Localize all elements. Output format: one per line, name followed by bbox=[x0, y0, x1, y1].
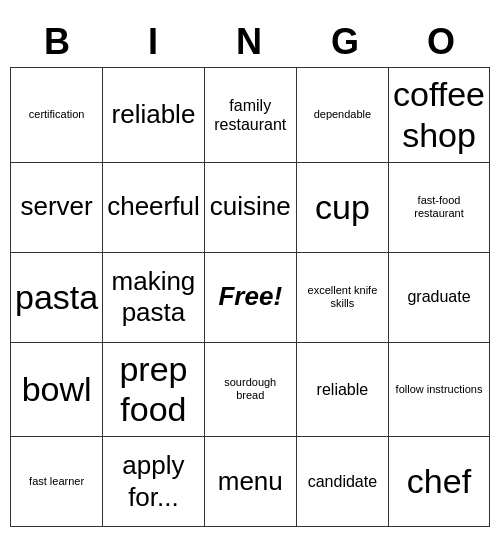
grid-cell: server bbox=[11, 163, 103, 253]
grid-cell: sourdough bread bbox=[205, 343, 297, 438]
cell-text: cup bbox=[315, 187, 370, 228]
cell-text: menu bbox=[218, 466, 283, 497]
grid-cell: prep food bbox=[103, 343, 205, 438]
cell-text: chef bbox=[407, 461, 471, 502]
cell-text: coffee shop bbox=[393, 74, 485, 156]
cell-text: Free! bbox=[218, 281, 282, 312]
grid-cell: fast-food restaurant bbox=[389, 163, 490, 253]
cell-text: server bbox=[20, 191, 92, 222]
grid-cell: candidate bbox=[297, 437, 389, 527]
cell-text: cuisine bbox=[210, 191, 291, 222]
grid-cell: menu bbox=[205, 437, 297, 527]
header-letter: N bbox=[202, 17, 298, 67]
cell-text: family restaurant bbox=[209, 96, 292, 134]
grid-cell: reliable bbox=[103, 68, 205, 163]
grid-cell: cup bbox=[297, 163, 389, 253]
grid-cell: apply for... bbox=[103, 437, 205, 527]
bingo-card: BINGO certificationreliablefamily restau… bbox=[10, 17, 490, 527]
grid-cell: follow instructions bbox=[389, 343, 490, 438]
header-letter: O bbox=[394, 17, 490, 67]
grid-cell: family restaurant bbox=[205, 68, 297, 163]
grid-cell: cheerful bbox=[103, 163, 205, 253]
cell-text: cheerful bbox=[107, 191, 200, 222]
grid-cell: cuisine bbox=[205, 163, 297, 253]
cell-text: prep food bbox=[107, 349, 200, 431]
grid-cell: fast learner bbox=[11, 437, 103, 527]
grid-cell: coffee shop bbox=[389, 68, 490, 163]
cell-text: apply for... bbox=[107, 450, 200, 512]
grid-cell: certification bbox=[11, 68, 103, 163]
cell-text: certification bbox=[29, 108, 85, 121]
grid-cell: making pasta bbox=[103, 253, 205, 343]
cell-text: graduate bbox=[407, 287, 470, 306]
cell-text: reliable bbox=[112, 99, 196, 130]
header-letter: G bbox=[298, 17, 394, 67]
grid-cell: reliable bbox=[297, 343, 389, 438]
grid-cell: pasta bbox=[11, 253, 103, 343]
cell-text: candidate bbox=[308, 472, 377, 491]
cell-text: dependable bbox=[314, 108, 372, 121]
cell-text: excellent knife skills bbox=[301, 284, 384, 310]
grid-cell: dependable bbox=[297, 68, 389, 163]
bingo-grid: certificationreliablefamily restaurantde… bbox=[10, 67, 490, 527]
grid-cell: excellent knife skills bbox=[297, 253, 389, 343]
cell-text: fast-food restaurant bbox=[393, 194, 485, 220]
grid-cell: chef bbox=[389, 437, 490, 527]
bingo-header: BINGO bbox=[10, 17, 490, 67]
cell-text: reliable bbox=[317, 380, 369, 399]
header-letter: I bbox=[106, 17, 202, 67]
cell-text: bowl bbox=[22, 369, 92, 410]
cell-text: fast learner bbox=[29, 475, 84, 488]
grid-cell: Free! bbox=[205, 253, 297, 343]
header-letter: B bbox=[10, 17, 106, 67]
cell-text: making pasta bbox=[107, 266, 200, 328]
grid-cell: bowl bbox=[11, 343, 103, 438]
cell-text: sourdough bread bbox=[209, 376, 292, 402]
cell-text: follow instructions bbox=[396, 383, 483, 396]
cell-text: pasta bbox=[15, 277, 98, 318]
grid-cell: graduate bbox=[389, 253, 490, 343]
